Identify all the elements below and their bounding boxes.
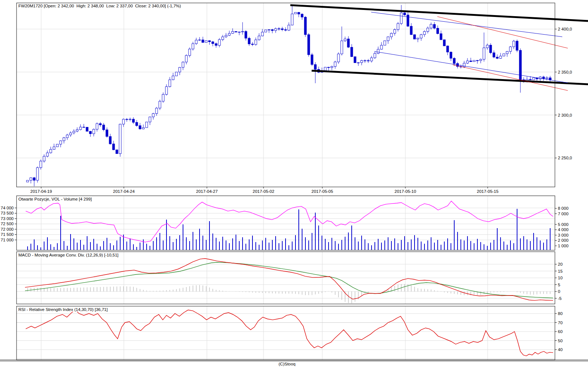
- candle-body: [202, 40, 204, 42]
- candle-body: [205, 40, 207, 42]
- open-interest-line: [26, 201, 553, 242]
- candle-body: [437, 28, 439, 34]
- candle-body: [53, 147, 55, 149]
- candle-body: [103, 125, 105, 130]
- chart-canvas: 2 400,02 350,02 300,02 250,02017-04-1920…: [0, 0, 588, 368]
- candle-body: [370, 58, 373, 61]
- candle-body: [73, 131, 75, 133]
- candle-body: [119, 124, 121, 153]
- candle-body: [195, 40, 197, 44]
- candle-body: [433, 24, 435, 28]
- candles-group: [26, 5, 551, 187]
- candle-body: [241, 31, 244, 32]
- stooq-credit: (C)Stooq: [279, 362, 295, 366]
- rsi-tick-label: 40: [558, 347, 563, 352]
- candle-body: [499, 56, 502, 58]
- macd-tick-label: -5: [558, 296, 562, 301]
- rsi-tick-label: 70: [558, 321, 563, 325]
- candle-body: [142, 128, 144, 129]
- rsi-tick-label: 80: [558, 311, 563, 316]
- candle-body: [361, 60, 363, 63]
- candle-body: [337, 54, 340, 62]
- candle-body: [112, 144, 115, 150]
- candle-body: [394, 29, 396, 33]
- price-tick-label: 2 250,0: [558, 156, 572, 160]
- date-tick-label: 2017-05-15: [477, 189, 499, 194]
- candle-body: [308, 35, 310, 55]
- candle-body: [420, 35, 422, 38]
- volume-left-label: 72 000: [1, 227, 14, 231]
- candle-body: [529, 79, 531, 80]
- candle-body: [33, 178, 35, 180]
- candle-body: [291, 14, 293, 25]
- candle-body: [116, 150, 118, 154]
- candle-body: [516, 41, 518, 50]
- macd-tick-label: 15: [558, 269, 563, 273]
- rsi-panel-border: [17, 306, 555, 360]
- candle-body: [215, 44, 217, 46]
- candle-body: [132, 119, 135, 123]
- candle-body: [56, 144, 58, 147]
- price-tick-label: 2 350,0: [558, 70, 572, 74]
- candle-body: [26, 180, 29, 182]
- volume-right-label: 3 000: [558, 233, 569, 237]
- candle-body: [503, 54, 505, 56]
- candle-body: [410, 26, 412, 35]
- candle-body: [506, 52, 508, 54]
- candle-body: [509, 47, 512, 52]
- candle-body: [99, 124, 101, 125]
- candle-body: [417, 38, 419, 39]
- candle-body: [384, 41, 386, 45]
- candle-body: [225, 35, 227, 37]
- volume-left-label: 73 500: [1, 211, 14, 215]
- candle-body: [407, 15, 409, 26]
- date-tick-label: 2017-05-05: [312, 189, 333, 194]
- candle-body: [344, 39, 346, 41]
- candle-body: [443, 40, 445, 46]
- candle-body: [208, 40, 211, 42]
- candle-body: [493, 53, 495, 57]
- trendline-upper-fan-red: [437, 17, 568, 48]
- candle-body: [539, 77, 541, 79]
- candle-body: [50, 149, 52, 153]
- date-tick-label: 2017-04-24: [113, 189, 135, 194]
- candle-body: [212, 42, 214, 43]
- candle-body: [268, 30, 270, 30]
- date-tick-label: 2017-04-19: [31, 189, 52, 194]
- candle-body: [265, 30, 267, 32]
- candle-body: [69, 133, 72, 135]
- candle-body: [179, 67, 181, 72]
- candle-body: [63, 138, 65, 141]
- candle-body: [109, 137, 111, 144]
- candle-body: [175, 72, 178, 76]
- macd-tick-label: 0: [558, 289, 560, 294]
- candle-body: [106, 130, 108, 137]
- candle-body: [397, 24, 399, 29]
- volume-left-label: 71 000: [1, 238, 14, 242]
- volume-left-label: 71 500: [1, 232, 14, 237]
- candle-body: [357, 63, 359, 63]
- candle-body: [159, 101, 161, 108]
- trendline-lower-channel-black: [312, 71, 588, 84]
- candle-body: [129, 119, 131, 120]
- stooq-chart-page: 2 400,02 350,02 300,02 250,02017-04-1920…: [0, 0, 588, 368]
- candle-body: [473, 60, 475, 62]
- candle-body: [261, 32, 263, 36]
- candle-body: [255, 40, 257, 45]
- candle-body: [450, 52, 452, 59]
- candle-body: [364, 60, 366, 61]
- volume-panel-title: Otwarte Pozycje, VOL - Volume [4 299]: [18, 197, 93, 201]
- volume-left-label: 74 000: [1, 206, 14, 210]
- volume-right-label: 7 000: [558, 212, 569, 216]
- rsi-tick-label: 50: [558, 339, 563, 343]
- candle-body: [470, 61, 472, 61]
- candle-body: [89, 131, 92, 134]
- candle-body: [463, 63, 465, 67]
- candle-body: [228, 33, 230, 35]
- candle-body: [245, 31, 247, 38]
- candle-body: [533, 78, 535, 80]
- candle-body: [278, 29, 280, 29]
- candle-body: [83, 127, 85, 127]
- candle-body: [496, 57, 498, 59]
- rsi-tick-label: 60: [558, 329, 563, 334]
